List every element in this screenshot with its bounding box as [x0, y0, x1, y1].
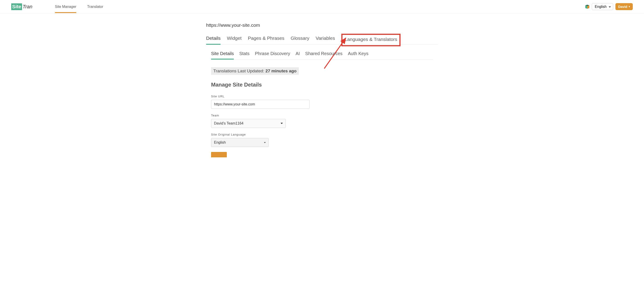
- field-original-language: Site Original Language English: [211, 133, 433, 147]
- language-select[interactable]: English: [592, 3, 613, 10]
- book-icon[interactable]: [585, 4, 590, 9]
- site-url-heading: https://www.your-site.com: [206, 22, 438, 28]
- top-bar-right: English David ▾: [585, 3, 633, 10]
- subtab-site-details[interactable]: Site Details: [211, 50, 234, 59]
- tab-details[interactable]: Details: [206, 35, 220, 44]
- subtab-stats[interactable]: Stats: [239, 50, 250, 59]
- translations-status: Translations Last Updated: 27 minutes ag…: [211, 67, 299, 75]
- subtab-auth-keys[interactable]: Auth Keys: [348, 50, 368, 59]
- secondary-tabs: Site Details Stats Phrase Discovery AI S…: [211, 50, 433, 59]
- team-label: Team: [211, 114, 433, 117]
- tab-content: Site Details Stats Phrase Discovery AI S…: [206, 45, 438, 157]
- logo-tran-text: Tran: [22, 4, 32, 10]
- annotation-highlight-box: Languages & Translators: [341, 34, 400, 46]
- tab-pages-phrases[interactable]: Pages & Phrases: [248, 35, 284, 44]
- primary-tabs: Details Widget Pages & Phrases Glossary …: [206, 35, 438, 45]
- site-url-input[interactable]: [211, 100, 310, 109]
- page-content: https://www.your-site.com Details Widget…: [206, 13, 438, 157]
- section-title: Manage Site Details: [211, 82, 433, 88]
- original-language-select[interactable]: English: [211, 138, 269, 147]
- status-prefix: Translations Last Updated:: [213, 68, 266, 73]
- tab-variables[interactable]: Variables: [316, 35, 335, 44]
- nav-site-manager[interactable]: Site Manager: [55, 1, 76, 13]
- field-site-url: Site URL: [211, 95, 433, 109]
- top-bar: SiteTran Site Manager Translator English…: [0, 0, 644, 13]
- status-value: 27 minutes ago: [266, 68, 296, 73]
- original-language-value: English: [214, 140, 226, 145]
- original-language-label: Site Original Language: [211, 133, 433, 136]
- team-select[interactable]: David's Team1164: [211, 119, 286, 128]
- subtab-shared-resources[interactable]: Shared Resources: [305, 50, 342, 59]
- site-url-label: Site URL: [211, 95, 433, 98]
- field-team: Team David's Team1164: [211, 114, 433, 128]
- logo-site-text: Site: [11, 3, 22, 10]
- caret-down-icon: [280, 123, 283, 124]
- caret-down-icon: [264, 142, 266, 143]
- save-button[interactable]: [211, 152, 227, 157]
- subtab-ai[interactable]: AI: [296, 50, 300, 59]
- tab-glossary[interactable]: Glossary: [291, 35, 310, 44]
- user-menu-button[interactable]: David ▾: [616, 3, 633, 10]
- chevron-down-icon: ▾: [629, 5, 630, 8]
- logo[interactable]: SiteTran: [11, 3, 32, 10]
- user-name: David: [618, 5, 627, 8]
- team-select-value: David's Team1164: [214, 121, 244, 125]
- subtab-phrase-discovery[interactable]: Phrase Discovery: [255, 50, 290, 59]
- tab-languages-translators[interactable]: Languages & Translators: [345, 37, 397, 42]
- tab-widget[interactable]: Widget: [227, 35, 242, 44]
- top-nav: Site Manager Translator: [55, 1, 103, 13]
- nav-translator[interactable]: Translator: [87, 1, 103, 13]
